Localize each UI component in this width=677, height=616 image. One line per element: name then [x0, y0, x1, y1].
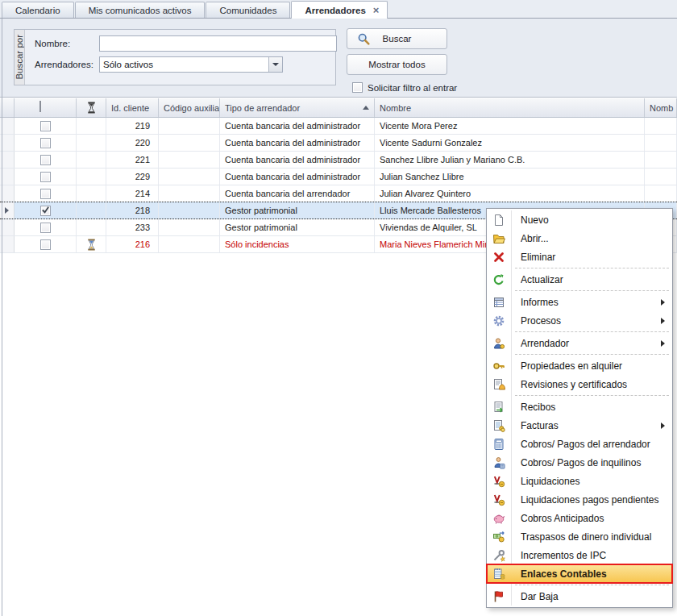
- column-header-label: Nomb: [650, 103, 673, 113]
- request-filter-checkbox-row: Solicitar filtro al entrar: [352, 82, 457, 93]
- menu-item-nuevo[interactable]: Nuevo: [487, 210, 672, 229]
- cell-nombre2: [645, 152, 677, 168]
- combobox-dropdown-button[interactable]: [268, 57, 282, 72]
- menu-item-incrementos-de-ipc[interactable]: Incrementos de IPC: [487, 546, 672, 564]
- row-flag-cell: [77, 219, 106, 235]
- menu-item-label: Traspasos de dinero individual: [521, 531, 672, 543]
- cell-aux: [159, 135, 220, 151]
- row-checkbox[interactable]: [40, 239, 51, 250]
- accounting-links-icon: [487, 568, 511, 581]
- tab-calendario[interactable]: Calendario: [2, 2, 74, 18]
- menu-item-dar-baja[interactable]: Dar Baja: [487, 587, 672, 606]
- column-header-aux[interactable]: Código auxiliar: [159, 98, 220, 117]
- request-filter-checkbox-label: Solicitar filtro al entrar: [368, 83, 457, 93]
- tab-mis-comunicados-activos[interactable]: Mis comunicados activos: [75, 2, 206, 18]
- menu-item-liquidaciones[interactable]: Liquidaciones: [487, 472, 672, 490]
- menu-item-liquidaciones-pagos-pendientes[interactable]: Liquidaciones pagos pendientes: [487, 490, 672, 509]
- row-checkbox-cell: [15, 135, 77, 151]
- cell-aux: [159, 202, 220, 219]
- tab-close-icon[interactable]: ×: [373, 5, 380, 15]
- grid-row-219[interactable]: 219Cuenta bancaria del administradorVice…: [0, 118, 677, 135]
- column-header-nombre[interactable]: Nombre: [375, 98, 645, 117]
- cell-nombre2: [645, 118, 677, 134]
- menu-item-informes[interactable]: Informes: [487, 293, 672, 311]
- tab-arrendadores[interactable]: Arrendadores×: [291, 1, 388, 19]
- cell-tipo: Cuenta bancaria del arrendador: [220, 185, 375, 202]
- calculator-icon: [487, 438, 511, 451]
- cell-id: 219: [106, 118, 159, 134]
- column-header-nombre2[interactable]: Nomb: [645, 98, 677, 117]
- cell-nombre: Vicente Mora Perez: [375, 118, 645, 134]
- cell-aux: [159, 185, 220, 202]
- cell-aux: [159, 169, 220, 185]
- grid-row-221[interactable]: 221Cuenta bancaria del administradorSanc…: [0, 152, 677, 169]
- row-checkbox-checked[interactable]: [40, 206, 51, 216]
- delete-x-icon: [487, 251, 511, 264]
- menu-item-abrir[interactable]: Abrir...: [487, 229, 672, 248]
- menu-item-traspasos-de-dinero-individual[interactable]: Traspasos de dinero individual: [487, 527, 672, 546]
- row-checkbox[interactable]: [40, 138, 51, 148]
- menu-item-label: Propiedades en alquiler: [521, 360, 672, 372]
- liquidation-coin-icon: [487, 475, 511, 488]
- row-flag-cell: [77, 169, 106, 185]
- grid-row-214[interactable]: 214Cuenta bancaria del arrendadorJulian …: [0, 185, 677, 202]
- search-button[interactable]: Buscar: [347, 28, 447, 49]
- row-checkbox[interactable]: [40, 189, 51, 199]
- search-group-box: Buscar por Nombre: Arrendadores: Sólo ac…: [14, 29, 336, 85]
- grid-row-229[interactable]: 229Cuenta bancaria del administradorJuli…: [0, 169, 677, 185]
- menu-item-facturas[interactable]: Facturas: [487, 416, 672, 435]
- row-checkbox[interactable]: [40, 223, 51, 233]
- menu-item-label: Actualizar: [521, 274, 672, 285]
- landlord-filter-label: Arrendadores:: [35, 60, 99, 69]
- show-all-button[interactable]: Mostrar todos: [347, 54, 447, 75]
- menu-item-label: Procesos: [521, 315, 661, 327]
- column-header-check[interactable]: [15, 98, 77, 117]
- menu-item-revisiones-y-certificados[interactable]: Revisiones y certificados: [487, 375, 672, 393]
- menu-separator: [515, 331, 669, 332]
- refresh-icon: [487, 273, 511, 286]
- combobox-selected-value: Sólo activos: [100, 60, 153, 69]
- menu-item-cobros-anticipados[interactable]: Cobros Anticipados: [487, 509, 672, 527]
- menu-item-cobros-pagos-del-arrendador[interactable]: Cobros/ Pagos del arrendador: [487, 435, 672, 453]
- cell-id: 229: [106, 169, 159, 185]
- cell-tipo: Sólo incidencias: [220, 236, 375, 252]
- liquidation-coin-icon: [487, 493, 511, 506]
- tab-label: Mis comunicados activos: [89, 6, 192, 15]
- reports-icon: [487, 296, 511, 309]
- search-group-label: Buscar por: [15, 35, 24, 80]
- hourglass-icon: [85, 239, 98, 251]
- menu-item-label: Liquidaciones pagos pendientes: [521, 494, 672, 506]
- request-filter-checkbox[interactable]: [352, 82, 363, 93]
- content-left-border: [2, 19, 2, 616]
- column-header-tipo[interactable]: Tipo de arrendador: [220, 98, 375, 117]
- menu-item-arrendador[interactable]: Arrendador: [487, 334, 672, 352]
- row-checkbox[interactable]: [40, 121, 51, 131]
- row-checkbox-cell: [15, 118, 77, 134]
- submenu-arrow-icon: [661, 340, 665, 347]
- menu-item-cobros-pagos-de-inquilinos[interactable]: Cobros/ Pagos de inquilinos: [487, 453, 672, 472]
- receipt-icon: [487, 401, 511, 414]
- row-checkbox[interactable]: [40, 155, 51, 165]
- menu-item-actualizar[interactable]: Actualizar: [487, 270, 672, 289]
- name-input[interactable]: [99, 35, 337, 52]
- menu-item-eliminar[interactable]: Eliminar: [487, 248, 672, 266]
- menu-item-label: Cobros/ Pagos del arrendador: [521, 439, 672, 450]
- grid-row-220[interactable]: 220Cuenta bancaria del administradorVice…: [0, 135, 677, 152]
- menu-separator: [515, 290, 669, 291]
- menu-separator: [515, 354, 669, 355]
- column-header-flag[interactable]: [77, 98, 106, 117]
- menu-item-recibos[interactable]: Recibos: [487, 397, 672, 416]
- menu-item-propiedades-en-alquiler[interactable]: Propiedades en alquiler: [487, 356, 672, 375]
- menu-item-procesos[interactable]: Procesos: [487, 311, 672, 330]
- menu-item-enlaces-contables[interactable]: Enlaces Contables: [487, 564, 672, 583]
- tab-comunidades[interactable]: Comunidades: [206, 2, 290, 18]
- cell-aux: [159, 118, 220, 134]
- landlord-filter-combobox[interactable]: Sólo activos: [99, 56, 283, 73]
- row-flag-cell: [77, 185, 106, 202]
- landlord-person-icon: [487, 337, 511, 350]
- row-checkbox[interactable]: [40, 172, 51, 182]
- piggy-bank-icon: [487, 512, 511, 525]
- certificate-bell-icon: [487, 378, 511, 391]
- cell-id: 233: [106, 219, 159, 235]
- column-header-id[interactable]: Id. cliente: [106, 98, 159, 117]
